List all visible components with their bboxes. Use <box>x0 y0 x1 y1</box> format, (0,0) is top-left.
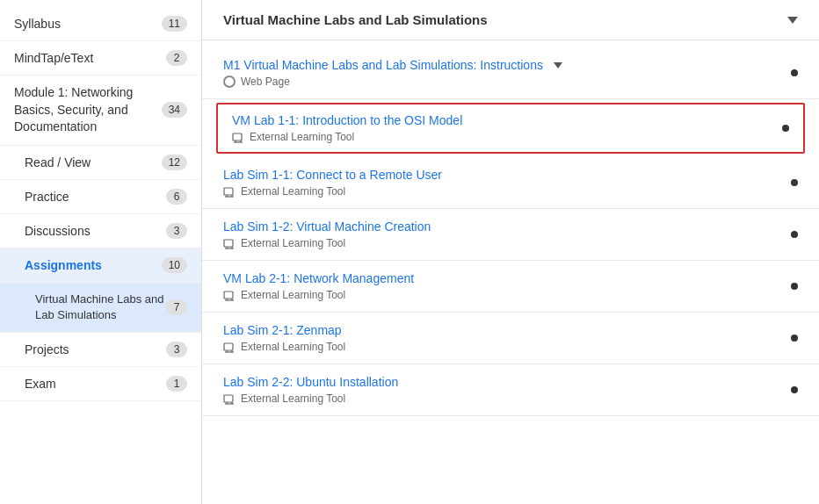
badge-projects: 3 <box>166 342 187 357</box>
badge-mindtap: 2 <box>166 50 187 66</box>
svg-rect-4 <box>224 343 233 350</box>
item-title-lab-sim-1-2[interactable]: Lab Sim 1-2: Virtual Machine Creation <box>223 220 777 234</box>
list-item-vm-lab-2-1[interactable]: VM Lab 2-1: Network Management External … <box>202 261 819 313</box>
item-title-vm-lab-2-1[interactable]: VM Lab 2-1: Network Management <box>223 271 777 285</box>
badge-read-view: 12 <box>162 155 187 170</box>
list-item-lab-sim-1-2[interactable]: Lab Sim 1-2: Virtual Machine Creation Ex… <box>202 209 819 261</box>
expand-icon-m1 <box>554 62 562 68</box>
sidebar-item-module1[interactable]: Module 1: Networking Basics, Security, a… <box>0 76 201 146</box>
item-meta-lab-sim-2-1: External Learning Tool <box>223 341 777 353</box>
item-title-lab-sim-2-1[interactable]: Lab Sim 2-1: Zenmap <box>223 323 777 337</box>
type-label-lab-sim-2-2: External Learning Tool <box>241 392 345 405</box>
item-dot-vm-lab-1-1 <box>782 125 789 132</box>
item-left-m1-instructions: M1 Virtual Machine Labs and Lab Simulati… <box>223 58 777 88</box>
item-meta-vm-lab-2-1: External Learning Tool <box>223 289 777 301</box>
ext-icon-vm-lab-2-1 <box>223 289 236 301</box>
badge-discussions: 3 <box>166 223 187 239</box>
item-meta-lab-sim-2-2: External Learning Tool <box>223 392 777 405</box>
type-label-lab-sim-1-2: External Learning Tool <box>241 237 345 249</box>
list-item-lab-sim-2-2[interactable]: Lab Sim 2-2: Ubuntu Installation Externa… <box>202 364 819 416</box>
item-dot-m1-instructions <box>791 69 798 76</box>
ext-icon-vm-lab-1-1 <box>232 131 244 143</box>
main-content: Virtual Machine Labs and Lab Simulations… <box>202 0 819 504</box>
sidebar-label-syllabus: Syllabus <box>14 17 61 31</box>
badge-vm-labs: 7 <box>166 299 187 315</box>
svg-rect-1 <box>224 188 233 195</box>
item-dot-lab-sim-1-2 <box>791 231 798 238</box>
ext-icon-lab-sim-1-2 <box>223 237 236 249</box>
list-item-lab-sim-1-1[interactable]: Lab Sim 1-1: Connect to a Remote User Ex… <box>202 157 819 209</box>
item-left-vm-lab-2-1: VM Lab 2-1: Network Management External … <box>223 271 777 301</box>
collapse-icon[interactable] <box>787 17 798 24</box>
item-dot-lab-sim-1-1 <box>791 179 798 186</box>
section-header: Virtual Machine Labs and Lab Simulations <box>202 0 819 40</box>
ext-icon-lab-sim-2-2 <box>223 392 236 405</box>
svg-rect-0 <box>233 133 242 140</box>
web-icon <box>223 76 236 88</box>
item-meta-lab-sim-1-1: External Learning Tool <box>223 185 777 198</box>
svg-rect-5 <box>224 395 233 402</box>
sidebar-label-practice: Practice <box>25 190 69 204</box>
item-left-lab-sim-1-2: Lab Sim 1-2: Virtual Machine Creation Ex… <box>223 220 777 249</box>
item-dot-lab-sim-2-1 <box>791 335 798 342</box>
list-item-vm-lab-1-1[interactable]: VM Lab 1-1: Introduction to the OSI Mode… <box>216 103 805 154</box>
sidebar-item-practice[interactable]: Practice 6 <box>0 180 201 214</box>
item-dot-vm-lab-2-1 <box>791 283 798 290</box>
item-dot-lab-sim-2-2 <box>791 386 798 393</box>
ext-icon-lab-sim-1-1 <box>223 185 236 198</box>
sidebar-label-discussions: Discussions <box>25 224 91 238</box>
sidebar-item-vm-labs[interactable]: Virtual Machine Labs and Lab Simulations… <box>0 283 201 333</box>
item-left-vm-lab-1-1: VM Lab 1-1: Introduction to the OSI Mode… <box>232 113 768 143</box>
sidebar-label-read-view: Read / View <box>25 155 91 169</box>
list-item-lab-sim-2-1[interactable]: Lab Sim 2-1: Zenmap External Learning To… <box>202 313 819 364</box>
badge-module1: 34 <box>162 102 187 118</box>
sidebar-item-exam[interactable]: Exam 1 <box>0 367 201 401</box>
sidebar-label-mindtap: MindTap/eText <box>14 51 93 65</box>
type-label-vm-lab-1-1: External Learning Tool <box>250 131 354 143</box>
type-label-lab-sim-1-1: External Learning Tool <box>241 185 345 198</box>
badge-assignments: 10 <box>162 257 187 273</box>
ext-icon-lab-sim-2-1 <box>223 341 236 353</box>
sidebar-label-projects: Projects <box>25 342 69 356</box>
type-label-lab-sim-2-1: External Learning Tool <box>241 341 345 353</box>
item-title-vm-lab-1-1[interactable]: VM Lab 1-1: Introduction to the OSI Mode… <box>232 113 768 127</box>
sidebar-label-module1: Module 1: Networking Basics, Security, a… <box>14 84 155 136</box>
sidebar: Syllabus 11 MindTap/eText 2 Module 1: Ne… <box>0 0 202 504</box>
svg-rect-2 <box>224 240 233 247</box>
sidebar-item-read-view[interactable]: Read / View 12 <box>0 146 201 180</box>
sidebar-item-mindtap[interactable]: MindTap/eText 2 <box>0 41 201 76</box>
sidebar-item-discussions[interactable]: Discussions 3 <box>0 214 201 248</box>
sidebar-item-syllabus[interactable]: Syllabus 11 <box>0 7 201 41</box>
item-meta-m1-instructions: Web Page <box>223 76 777 88</box>
sidebar-item-assignments[interactable]: Assignments 10 <box>0 248 201 283</box>
item-left-lab-sim-2-2: Lab Sim 2-2: Ubuntu Installation Externa… <box>223 375 777 405</box>
type-label-vm-lab-2-1: External Learning Tool <box>241 289 345 301</box>
list-item-m1-instructions[interactable]: M1 Virtual Machine Labs and Lab Simulati… <box>202 47 819 99</box>
badge-practice: 6 <box>166 189 187 205</box>
sidebar-label-assignments: Assignments <box>25 258 102 272</box>
item-title-m1-instructions[interactable]: M1 Virtual Machine Labs and Lab Simulati… <box>223 58 777 72</box>
item-meta-vm-lab-1-1: External Learning Tool <box>232 131 768 143</box>
svg-rect-3 <box>224 292 233 299</box>
badge-syllabus: 11 <box>162 16 187 32</box>
type-label-m1-instructions: Web Page <box>241 76 290 88</box>
item-left-lab-sim-1-1: Lab Sim 1-1: Connect to a Remote User Ex… <box>223 168 777 198</box>
item-title-lab-sim-2-2[interactable]: Lab Sim 2-2: Ubuntu Installation <box>223 375 777 389</box>
item-meta-lab-sim-1-2: External Learning Tool <box>223 237 777 249</box>
badge-exam: 1 <box>166 376 187 392</box>
section-title: Virtual Machine Labs and Lab Simulations <box>223 12 488 27</box>
sidebar-label-vm-labs: Virtual Machine Labs and Lab Simulations <box>35 292 166 323</box>
sidebar-item-projects[interactable]: Projects 3 <box>0 333 201 367</box>
content-list: M1 Virtual Machine Labs and Lab Simulati… <box>202 40 819 423</box>
sidebar-label-exam: Exam <box>25 377 56 391</box>
item-left-lab-sim-2-1: Lab Sim 2-1: Zenmap External Learning To… <box>223 323 777 353</box>
item-title-lab-sim-1-1[interactable]: Lab Sim 1-1: Connect to a Remote User <box>223 168 777 182</box>
